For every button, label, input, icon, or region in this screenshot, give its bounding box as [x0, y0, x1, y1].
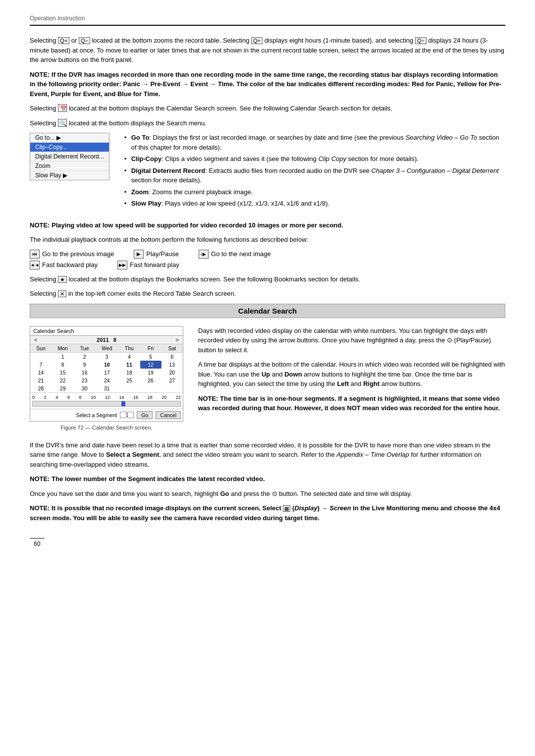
fastfwd-label: Fast forward play: [130, 261, 179, 269]
calendar-day[interactable]: [118, 384, 140, 392]
calendar-day[interactable]: 4: [118, 352, 140, 361]
menu-item-clipcopy[interactable]: Clip–Copy...: [30, 143, 109, 152]
calendar-day[interactable]: 2: [74, 352, 95, 361]
bookmark-text: Selecting ★ located at the bottom displa…: [30, 274, 505, 284]
dow-wed: Wed: [95, 344, 118, 353]
time-bar-labels: 0 2 4 6 8 10 12 14 16 18 20 22: [32, 395, 181, 400]
calendar-grid: Sun Mon Tue Wed Thu Fri Sat 123456789101…: [30, 344, 183, 392]
calendar-day[interactable]: 21: [30, 377, 52, 384]
fig-caption: Figure 72 — Calendar Search screen.: [30, 425, 183, 431]
post-cal-p1: If the DVR's time and date have been res…: [30, 440, 505, 470]
calendar-day[interactable]: 7: [30, 361, 52, 369]
calendar-day[interactable]: 28: [30, 384, 52, 392]
calendar-day[interactable]: 8: [52, 361, 74, 369]
calendar-day[interactable]: 24: [95, 377, 118, 384]
menu-item-goto[interactable]: Go to... ▶: [30, 133, 109, 143]
calendar-day[interactable]: [30, 352, 52, 361]
calendar-day[interactable]: 6: [161, 352, 183, 361]
cancel-button[interactable]: Cancel: [156, 411, 181, 419]
calendar-day[interactable]: 31: [95, 384, 118, 392]
calendar-next-btn[interactable]: >: [174, 337, 181, 343]
page-number: 60: [30, 538, 45, 547]
note1: NOTE: If the DVR has images recorded in …: [30, 70, 505, 99]
fastfwd-icon: ▶▶: [117, 261, 127, 270]
prev-icon: ⏮: [30, 250, 40, 259]
calendar-prev-btn[interactable]: <: [32, 337, 39, 343]
menu-item-digital[interactable]: Digital Deterrent Record...: [30, 152, 109, 162]
dow-fri: Fri: [140, 344, 161, 353]
play-icon: ▶: [134, 250, 144, 259]
calendar-day[interactable]: 9: [74, 361, 95, 369]
note2-text: NOTE: Playing video at low speed will be…: [30, 221, 343, 229]
calendar-day[interactable]: 30: [74, 384, 95, 392]
calendar-description: Days with recorded video display on the …: [198, 326, 505, 431]
calendar-day[interactable]: 25: [118, 377, 140, 384]
calendar-day[interactable]: [161, 384, 183, 392]
exit-text: Selecting ✕ in the top-left corner exits…: [30, 289, 505, 299]
control-next: I▶ Go to the next image: [199, 250, 271, 259]
calendar-day[interactable]: 27: [161, 377, 183, 384]
calendar-day[interactable]: 3: [95, 352, 118, 361]
calendar-year-month: 2011 8: [97, 337, 116, 343]
note2: NOTE: Playing video at low speed will be…: [30, 220, 505, 230]
fastback-label: Fast backward play: [42, 261, 98, 269]
dow-thu: Thu: [118, 344, 140, 353]
calendar-day[interactable]: 22: [52, 377, 74, 384]
header: Operation Instruction: [30, 15, 505, 26]
go-button[interactable]: Go: [137, 411, 153, 419]
prev-label: Go to the previous image: [42, 250, 114, 258]
calendar-day[interactable]: 11: [118, 361, 140, 369]
control-play: ▶ Play/Pause: [134, 250, 179, 259]
segment-row: Select a Segment Go Cancel: [30, 409, 183, 421]
post-cal-p2: Once you have set the date and time you …: [30, 489, 505, 499]
calendar-day[interactable]: 29: [52, 384, 74, 392]
cal-note: NOTE: The time bar is in one-hour segmen…: [198, 394, 505, 413]
intro-p1: Selecting Q+ or Q− located at the bottom…: [30, 36, 505, 65]
play-label: Play/Pause: [146, 250, 179, 258]
bullet-zoom: Zoom: Zooms the current playback image.: [124, 187, 505, 197]
calendar-day[interactable]: 10: [95, 361, 118, 369]
context-menu: Go to... ▶ Clip–Copy... Digital Deterren…: [30, 133, 109, 180]
controls-container: ⏮ Go to the previous image ▶ Play/Pause …: [30, 250, 505, 270]
calendar-day[interactable]: 14: [30, 369, 52, 377]
calendar-day[interactable]: 16: [74, 369, 95, 377]
control-fastfwd: ▶▶ Fast forward play: [117, 261, 179, 270]
calendar-title: Calendar Search: [33, 328, 74, 334]
calendar-nav: < 2011 8 >: [30, 336, 183, 344]
calendar-day[interactable]: 23: [74, 377, 95, 384]
dow-sun: Sun: [30, 344, 52, 353]
page: Operation Instruction Selecting Q+ or Q−…: [0, 0, 535, 557]
cal-p2: A time bar displays at the bottom of the…: [198, 360, 505, 389]
section-title: Calendar Search: [30, 304, 505, 318]
dow-tue: Tue: [74, 344, 95, 353]
controls-row1: ⏮ Go to the previous image ▶ Play/Pause …: [30, 250, 505, 259]
post-cal-note1: NOTE: The lower number of the Segment in…: [30, 474, 505, 484]
calendar-day[interactable]: 18: [118, 369, 140, 377]
calendar-day[interactable]: 19: [140, 369, 161, 377]
calendar-day[interactable]: 1: [52, 352, 74, 361]
time-bar-highlight: [121, 401, 125, 406]
bullet-digital: Digital Deterrent Record: Extracts audio…: [124, 166, 505, 185]
calendar-day[interactable]: 15: [52, 369, 74, 377]
dow-mon: Mon: [52, 344, 74, 353]
intro-p2: Selecting 📅 located at the bottom displa…: [30, 104, 505, 113]
menu-item-slowplay[interactable]: Slow Play ▶: [30, 171, 109, 180]
post-cal-note2: NOTE: It is possible that no recorded im…: [30, 503, 505, 523]
menu-item-zoom[interactable]: Zoom: [30, 162, 109, 171]
calendar-day[interactable]: 13: [161, 361, 183, 369]
segment-input[interactable]: [120, 412, 134, 418]
time-bar-area: 0 2 4 6 8 10 12 14 16 18 20 22: [30, 392, 183, 409]
next-label: Go to the next image: [211, 250, 271, 258]
control-prev: ⏮ Go to the previous image: [30, 250, 114, 259]
segment-label: Select a Segment: [76, 412, 117, 418]
controls-row2: ◄◄ Fast backward play ▶▶ Fast forward pl…: [30, 261, 505, 270]
bullet-goto: Go To: Displays the first or last record…: [124, 133, 505, 152]
calendar-day[interactable]: 20: [161, 369, 183, 377]
bullet-clipcopy: Clip-Copy: Clips a video segment and sav…: [124, 154, 505, 164]
control-fastback: ◄◄ Fast backward play: [30, 261, 98, 270]
calendar-day[interactable]: 5: [140, 352, 161, 361]
calendar-day[interactable]: 12: [140, 361, 161, 369]
calendar-day[interactable]: 17: [95, 369, 118, 377]
calendar-day[interactable]: [140, 384, 161, 392]
calendar-day[interactable]: 26: [140, 377, 161, 384]
